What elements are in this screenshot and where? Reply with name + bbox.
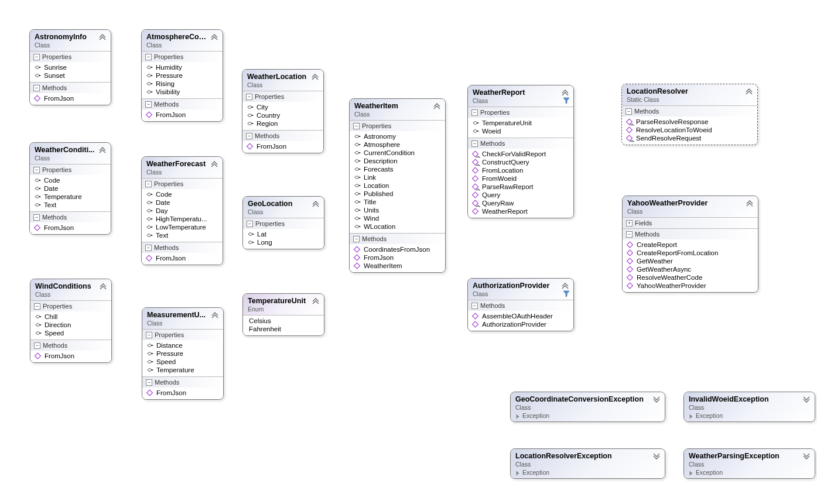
- class-header[interactable]: AuthorizationProviderClass: [468, 279, 573, 300]
- class-box-exc-wparse[interactable]: WeatherParsingExceptionClassException: [683, 448, 815, 479]
- enum-member[interactable]: Fahrenheit: [243, 325, 324, 333]
- class-header[interactable]: WeatherReportClass: [468, 85, 573, 107]
- member-method[interactable]: CreateReport: [623, 241, 758, 249]
- collapse-icon[interactable]: −: [247, 221, 253, 227]
- collapse-icon[interactable]: −: [146, 332, 152, 338]
- member-prop[interactable]: Visibility: [142, 88, 223, 96]
- section-header-properties[interactable]: −Properties: [468, 107, 573, 118]
- chevron-up-icon[interactable]: [433, 102, 440, 109]
- member-method[interactable]: CheckForValidReport: [468, 150, 573, 158]
- chevron-up-icon[interactable]: [312, 200, 319, 207]
- class-box-atmos[interactable]: AtmosphereCon...Class−PropertiesHumidity…: [141, 29, 223, 122]
- member-prop[interactable]: Units: [350, 206, 445, 214]
- class-box-geoloc[interactable]: GeoLocationClass−PropertiesLatLong: [242, 196, 324, 249]
- class-box-astronomy[interactable]: AstronomyInfoClass−PropertiesSunriseSuns…: [29, 29, 111, 105]
- class-box-wreport[interactable]: WeatherReportClass−PropertiesTemperature…: [467, 85, 574, 218]
- collapse-icon[interactable]: −: [145, 245, 152, 251]
- section-header-properties[interactable]: −Properties: [30, 51, 111, 62]
- chevron-up-icon[interactable]: [746, 200, 753, 207]
- member-method[interactable]: CoordinatesFromJson: [350, 245, 445, 253]
- member-method[interactable]: WeatherItem: [350, 262, 445, 270]
- section-header-fields[interactable]: +Fields: [623, 217, 758, 228]
- member-method[interactable]: FromJson: [242, 142, 323, 150]
- class-header[interactable]: MeasurementU...Class: [142, 308, 223, 329]
- section-header-methods[interactable]: −Methods: [30, 340, 111, 351]
- member-prop[interactable]: Pressure: [142, 349, 223, 358]
- chevron-down-icon[interactable]: [653, 396, 660, 403]
- member-method[interactable]: FromJson: [30, 224, 111, 232]
- section-header-methods[interactable]: −Methods: [30, 211, 111, 222]
- class-header[interactable]: WeatherLocationClass: [242, 70, 323, 91]
- member-prop[interactable]: Description: [350, 157, 445, 165]
- member-prop[interactable]: Location: [350, 181, 445, 190]
- member-prop[interactable]: Title: [350, 198, 445, 206]
- section-header-methods[interactable]: −Methods: [142, 242, 223, 253]
- chevron-up-icon[interactable]: [100, 283, 107, 290]
- section-header-methods[interactable]: −Methods: [142, 98, 223, 109]
- chevron-up-icon[interactable]: [562, 89, 569, 96]
- member-method[interactable]: FromWoeid: [468, 174, 573, 183]
- class-box-exc-locres[interactable]: LocationResolverExceptionClassException: [510, 448, 665, 479]
- member-prop[interactable]: TemperatureUnit: [468, 119, 573, 127]
- member-prop[interactable]: Astronomy: [350, 132, 445, 140]
- chevron-down-icon[interactable]: [803, 396, 810, 403]
- member-method[interactable]: ConstructQuery: [468, 158, 573, 166]
- member-prop[interactable]: Forecasts: [350, 165, 445, 173]
- member-prop[interactable]: Link: [350, 173, 445, 181]
- class-box-exc-woeid[interactable]: InvalidWoeidExceptionClassException: [683, 392, 815, 422]
- member-prop[interactable]: Temperature: [142, 366, 223, 374]
- class-header[interactable]: WeatherConditi...Class: [30, 143, 111, 164]
- collapse-icon[interactable]: −: [246, 133, 252, 139]
- class-box-authprov[interactable]: AuthorizationProviderClass−MethodsAssemb…: [467, 278, 574, 331]
- collapse-icon[interactable]: −: [471, 140, 478, 147]
- collapse-icon[interactable]: −: [246, 94, 252, 100]
- section-header-properties[interactable]: −Properties: [242, 91, 323, 102]
- chevron-up-icon[interactable]: [99, 146, 106, 153]
- member-method[interactable]: WeatherReport: [468, 207, 573, 215]
- member-prop[interactable]: Code: [30, 176, 111, 184]
- member-prop[interactable]: Wind: [350, 214, 445, 222]
- member-method[interactable]: ParseRawReport: [468, 183, 573, 191]
- class-box-windcond[interactable]: WindConditionsClass−PropertiesChillDirec…: [30, 279, 112, 363]
- section-header-methods[interactable]: −Methods: [468, 138, 573, 149]
- chevron-up-icon[interactable]: [312, 73, 319, 80]
- member-method[interactable]: AuthorizationProvider: [468, 320, 573, 328]
- member-method[interactable]: ResolveWeatherCode: [623, 273, 758, 282]
- member-prop[interactable]: LowTemperature: [142, 223, 223, 231]
- member-prop[interactable]: Country: [242, 111, 323, 119]
- member-prop[interactable]: Date: [30, 184, 111, 193]
- class-header[interactable]: WeatherItemClass: [350, 99, 445, 120]
- member-method[interactable]: FromJson: [142, 254, 223, 262]
- member-method[interactable]: QueryRaw: [468, 199, 573, 207]
- chevron-up-icon[interactable]: [211, 160, 218, 167]
- member-method[interactable]: GetWeatherAsync: [623, 265, 758, 273]
- member-prop[interactable]: Temperature: [30, 193, 111, 201]
- member-method[interactable]: FromJson: [30, 94, 111, 102]
- class-box-wforecast[interactable]: WeatherForecastClass−PropertiesCodeDateD…: [141, 156, 223, 265]
- member-method[interactable]: FromJson: [30, 352, 111, 360]
- section-header-methods[interactable]: −Methods: [350, 233, 445, 244]
- member-prop[interactable]: Day: [142, 207, 223, 215]
- member-method[interactable]: GetWeather: [623, 257, 758, 265]
- collapse-icon[interactable]: −: [353, 123, 360, 129]
- member-prop[interactable]: Text: [30, 201, 111, 209]
- member-method[interactable]: AssembleOAuthHeader: [468, 312, 573, 320]
- collapse-icon[interactable]: −: [626, 231, 633, 238]
- member-prop[interactable]: Speed: [30, 329, 111, 337]
- member-method[interactable]: CreateReportFromLocation: [623, 249, 758, 257]
- member-prop[interactable]: Woeid: [468, 127, 573, 135]
- section-header-properties[interactable]: −Properties: [142, 329, 223, 340]
- member-method[interactable]: FromJson: [142, 111, 223, 119]
- member-prop[interactable]: Code: [142, 190, 223, 198]
- member-method[interactable]: ParseResolveResponse: [622, 118, 757, 126]
- member-prop[interactable]: WLocation: [350, 222, 445, 231]
- class-box-wloc[interactable]: WeatherLocationClass−PropertiesCityCount…: [242, 69, 324, 153]
- member-prop[interactable]: Humidity: [142, 63, 223, 71]
- class-header[interactable]: WeatherForecastClass: [142, 157, 223, 178]
- enum-member[interactable]: Celsius: [243, 317, 324, 325]
- class-header[interactable]: WeatherParsingExceptionClassException: [684, 449, 815, 478]
- member-prop[interactable]: CurrentCondition: [350, 149, 445, 157]
- collapse-icon[interactable]: −: [471, 109, 478, 116]
- member-method[interactable]: FromLocation: [468, 166, 573, 174]
- collapse-icon[interactable]: −: [353, 236, 360, 242]
